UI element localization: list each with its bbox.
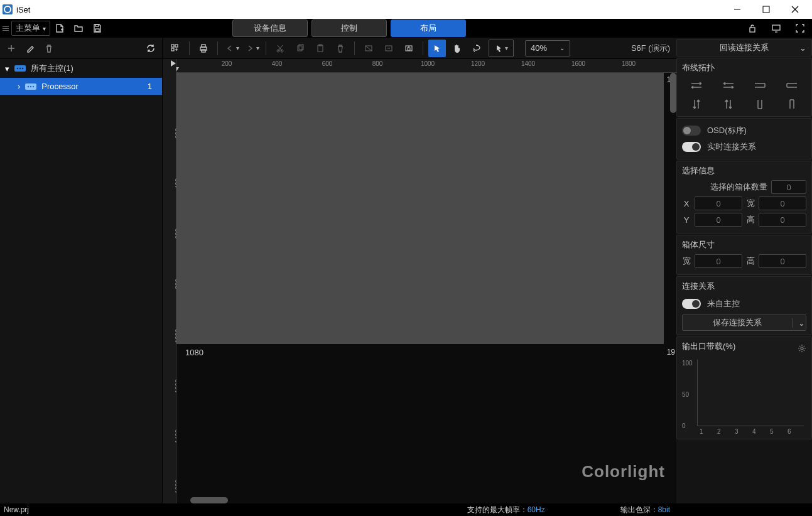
from-main-label: 来自主控 [707,298,740,309]
rect1-icon[interactable] [360,40,377,57]
vertical-ruler: 2004006008001000120014001600 [163,59,176,503]
svg-rect-4 [95,29,99,31]
monitor-icon[interactable] [768,20,784,36]
size-w-field[interactable]: 0 [695,254,742,268]
realtime-label: 实时连接关系 [707,141,756,153]
hruler-tick: 1600 [571,60,585,67]
select-tool[interactable] [428,40,446,57]
canvas[interactable]: 19 1080 19 Colorlight [176,73,676,503]
canvas-label-19b: 19 [667,348,675,357]
tab-device-info[interactable]: 设备信息 [232,19,308,37]
svg-rect-25 [299,45,303,50]
svg-rect-31 [408,48,410,50]
save-file-button[interactable] [89,20,106,36]
horizontal-scrollbar[interactable] [190,497,228,503]
h-field[interactable]: 0 [759,213,806,227]
watermark: Colorlight [582,462,665,481]
osd-toggle[interactable] [682,126,701,136]
size-h-label: 高 [746,255,755,267]
window-close-button[interactable] [781,0,809,19]
undo-button[interactable]: ▾ [223,40,241,57]
tab-control[interactable]: 控制 [311,19,387,37]
band-x-tick: 4 [752,428,756,435]
select-info-title: 选择信息 [682,165,806,176]
topology-7[interactable] [745,96,775,112]
paste-icon[interactable] [311,40,329,57]
status-depth-label: 输出色深： [620,505,658,515]
mainmenu-label: 主菜单 [16,23,40,34]
bandwidth-chart: 100 50 0 123456 [682,360,806,435]
topology-2[interactable] [714,77,744,94]
topology-3[interactable] [745,77,775,94]
svg-rect-17 [175,45,178,47]
svg-rect-5 [95,24,99,26]
topology-panel: 布线拓扑 [676,58,812,117]
topology-6[interactable] [714,96,744,112]
svg-rect-24 [298,46,302,51]
ruler-marker-icon [171,60,176,67]
grid-add-icon[interactable] [166,40,184,57]
window-minimize-button[interactable] [723,0,752,19]
size-h-field[interactable]: 0 [759,254,806,268]
tab-layout[interactable]: 布局 [391,19,466,37]
status-fps-label: 支持的最大帧率： [467,505,528,515]
topology-5[interactable] [682,96,712,112]
connection-panel: 连接关系 来自主控 保存连接关系 ⌄ [676,276,812,335]
select-count-field[interactable]: 0 [771,180,806,194]
svg-rect-20 [202,45,205,47]
tree-root[interactable]: ▾ 所有主控(1) [0,59,162,78]
mainmenu-dropdown[interactable]: 主菜单 ▾ [11,21,50,36]
horizontal-ruler: 20040060080010001200140016001800 [176,59,676,73]
x-field[interactable]: 0 [695,196,742,210]
pointer-mode-dropdown[interactable]: ▾ [489,40,514,57]
svg-point-32 [801,347,803,350]
add-button[interactable] [4,41,19,56]
chevron-down-icon: ⌄ [799,43,806,53]
canvas-screen-area[interactable] [176,73,664,344]
svg-point-13 [28,85,29,87]
chevron-down-icon: ▾ [43,25,46,32]
edit-button[interactable] [23,41,38,56]
from-main-toggle[interactable] [682,299,701,309]
svg-rect-1 [763,6,769,13]
open-file-button[interactable] [70,20,87,36]
osd-label: OSD(标序) [707,125,747,136]
y-field[interactable]: 0 [695,213,742,227]
realtime-toggle[interactable] [682,142,701,152]
app-logo-icon [3,4,13,14]
new-file-button[interactable] [51,20,68,36]
canvas-label-1080: 1080 [185,348,203,357]
rect2-icon[interactable] [380,40,398,57]
save-connection-button[interactable]: 保存连接关系 ⌄ [682,314,806,331]
delete-button[interactable] [41,41,57,56]
lock-rect-icon[interactable] [400,40,418,57]
w-field[interactable]: 0 [759,196,806,210]
readback-dropdown[interactable]: 回读连接关系 ⌄ [676,39,812,56]
svg-rect-6 [750,28,755,32]
print-icon[interactable] [195,40,212,57]
svg-point-9 [17,68,18,69]
refresh-button[interactable] [143,41,158,56]
trash-icon[interactable] [332,40,349,57]
hruler-tick: 1000 [421,60,435,67]
copy-icon[interactable] [291,40,309,57]
hand-tool[interactable] [448,40,466,57]
cut-icon[interactable] [271,40,289,57]
svg-point-10 [19,68,21,69]
gear-icon[interactable] [798,344,806,353]
topology-1[interactable] [682,77,712,94]
redo-button[interactable]: ▾ [243,40,261,57]
window-maximize-button[interactable] [752,0,781,19]
tree-item-count: 1 [148,82,152,91]
vertical-scrollbar[interactable] [670,73,676,113]
hruler-tick: 1800 [622,60,636,67]
band-x-tick: 2 [717,428,721,435]
lock-icon[interactable] [744,20,761,36]
zoom-label: 40% [531,43,547,53]
topology-8[interactable] [777,96,807,112]
lasso-tool[interactable] [468,40,486,57]
tree-item-processor[interactable]: › Processor 1 [0,78,162,95]
topology-4[interactable] [777,77,807,94]
zoom-dropdown[interactable]: 40% ⌄ [525,40,570,56]
fit-screen-icon[interactable] [792,20,808,36]
